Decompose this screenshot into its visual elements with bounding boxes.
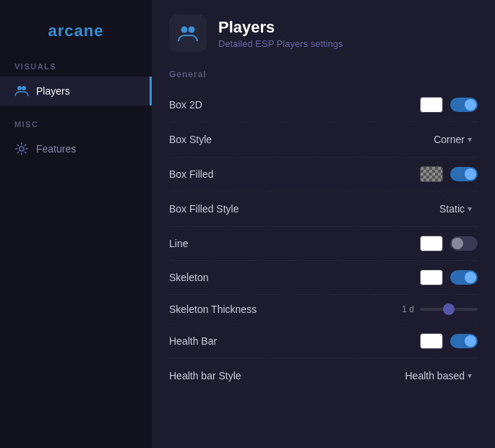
box2d-toggle-knob bbox=[465, 99, 476, 111]
health-bar-toggle[interactable] bbox=[450, 334, 478, 348]
box-filled-toggle-knob bbox=[465, 168, 476, 180]
page-players-icon bbox=[177, 22, 199, 44]
main-content: Players Detailed ESP Players settings Ge… bbox=[152, 0, 495, 448]
box-filled-style-label: Box Filled Style bbox=[169, 203, 238, 215]
content-inner: Players Detailed ESP Players settings Ge… bbox=[152, 0, 495, 408]
sidebar: arcane Visuals Players Misc Features bbox=[0, 0, 152, 448]
setting-health-bar-style: Health bar Style Health based ▾ bbox=[169, 358, 478, 393]
skeleton-controls bbox=[420, 270, 478, 285]
setting-box-filled: Box Filled bbox=[169, 158, 478, 191]
health-bar-style-value: Health based bbox=[405, 370, 465, 382]
health-bar-label: Health Bar bbox=[169, 335, 217, 347]
skeleton-thickness-label: Skeleton Thickness bbox=[169, 303, 257, 315]
svg-point-1 bbox=[22, 86, 26, 90]
chevron-down-icon: ▾ bbox=[468, 134, 472, 145]
box2d-controls bbox=[420, 97, 478, 113]
setting-box-style: Box Style Corner ▾ bbox=[169, 122, 478, 158]
chevron-down-icon-3: ▾ bbox=[468, 371, 472, 381]
box2d-toggle[interactable] bbox=[450, 98, 478, 112]
misc-section: Misc Features bbox=[0, 120, 152, 163]
skeleton-thickness-value: 1 d bbox=[402, 304, 414, 314]
box-filled-style-dropdown[interactable]: Static ▾ bbox=[434, 200, 478, 217]
slider-handle[interactable] bbox=[443, 303, 455, 315]
setting-line: Line bbox=[169, 227, 478, 261]
page-header: Players Detailed ESP Players settings bbox=[169, 14, 478, 52]
line-toggle-knob bbox=[452, 238, 463, 249]
sidebar-item-features[interactable]: Features bbox=[0, 134, 152, 163]
skeleton-label: Skeleton bbox=[169, 272, 208, 283]
svg-point-3 bbox=[181, 27, 188, 33]
line-label: Line bbox=[169, 238, 188, 249]
sidebar-item-players[interactable]: Players bbox=[0, 77, 152, 105]
health-bar-color-swatch[interactable] bbox=[420, 333, 443, 349]
svg-point-2 bbox=[20, 147, 24, 151]
logo: arcane bbox=[48, 22, 104, 40]
players-icon bbox=[14, 84, 29, 98]
box-filled-toggle[interactable] bbox=[450, 167, 478, 181]
box-style-label: Box Style bbox=[169, 134, 212, 145]
skeleton-thickness-slider[interactable] bbox=[420, 308, 478, 311]
line-color-swatch[interactable] bbox=[420, 236, 443, 251]
health-bar-controls bbox=[420, 333, 478, 349]
box-style-value: Corner bbox=[434, 134, 465, 145]
box-filled-color-swatch[interactable] bbox=[420, 166, 443, 182]
box-style-dropdown[interactable]: Corner ▾ bbox=[428, 131, 478, 148]
box-filled-label: Box Filled bbox=[169, 168, 213, 180]
general-label: General bbox=[169, 69, 478, 79]
visuals-section-label: Visuals bbox=[0, 62, 152, 77]
skeleton-color-swatch[interactable] bbox=[420, 270, 443, 285]
health-bar-style-dropdown[interactable]: Health based ▾ bbox=[399, 367, 478, 384]
skeleton-thickness-controls: 1 d bbox=[402, 304, 478, 314]
sidebar-item-features-label: Features bbox=[36, 143, 76, 155]
box-filled-controls bbox=[420, 166, 478, 182]
setting-skeleton-thickness: Skeleton Thickness 1 d bbox=[169, 295, 478, 324]
logo-area: arcane bbox=[0, 14, 152, 62]
page-title: Players bbox=[218, 18, 343, 37]
gear-icon bbox=[14, 142, 29, 156]
svg-point-0 bbox=[17, 86, 22, 90]
chevron-down-icon-2: ▾ bbox=[468, 204, 472, 214]
box2d-color-swatch[interactable] bbox=[420, 97, 443, 113]
setting-health-bar: Health Bar bbox=[169, 324, 478, 358]
box2d-label: Box 2D bbox=[169, 99, 202, 111]
health-bar-style-label: Health bar Style bbox=[169, 370, 241, 382]
setting-box2d: Box 2D bbox=[169, 88, 478, 122]
setting-skeleton: Skeleton bbox=[169, 261, 478, 295]
box-filled-style-value: Static bbox=[439, 203, 465, 215]
sidebar-item-players-label: Players bbox=[36, 85, 70, 97]
page-title-block: Players Detailed ESP Players settings bbox=[218, 18, 343, 49]
line-toggle[interactable] bbox=[450, 236, 478, 251]
skeleton-toggle[interactable] bbox=[450, 270, 478, 285]
misc-section-label: Misc bbox=[0, 120, 152, 134]
page-subtitle: Detailed ESP Players settings bbox=[218, 38, 343, 49]
setting-box-filled-style: Box Filled Style Static ▾ bbox=[169, 191, 478, 227]
skeleton-toggle-knob bbox=[465, 272, 476, 283]
health-bar-toggle-knob bbox=[465, 335, 476, 347]
line-controls bbox=[420, 236, 478, 251]
page-icon-box bbox=[169, 14, 207, 52]
svg-point-4 bbox=[189, 27, 195, 33]
